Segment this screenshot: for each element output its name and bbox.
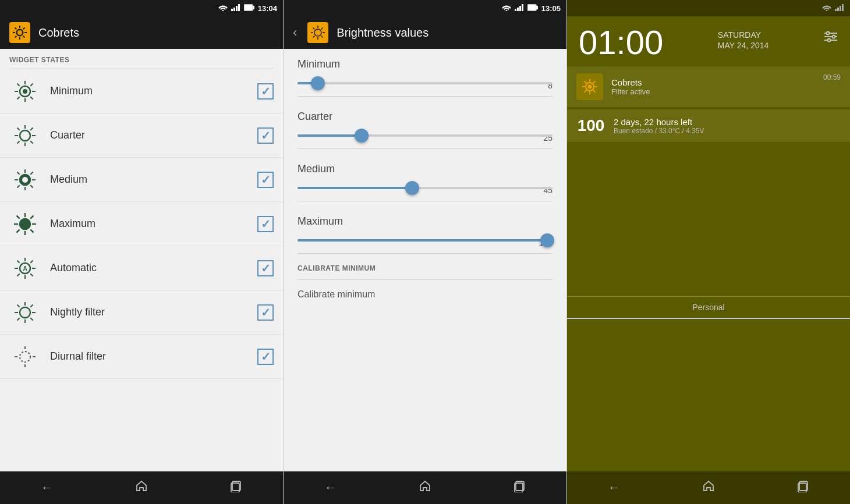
svg-line-53 xyxy=(30,215,33,218)
slider-medium[interactable]: 45 xyxy=(298,187,552,189)
svg-rect-3 xyxy=(238,4,240,11)
svg-point-110 xyxy=(828,39,831,42)
clock-time: 01:00 xyxy=(579,26,663,59)
recent-button-2[interactable] xyxy=(513,480,526,496)
section-header-1: WIDGET STATES xyxy=(0,49,283,69)
svg-point-112 xyxy=(588,85,592,89)
divider-maximum xyxy=(298,253,552,254)
divider-calibrate xyxy=(298,279,552,280)
notif-cobrets[interactable]: Cobrets Filter active 00:59 xyxy=(567,66,850,107)
app-title-1: Cobrets xyxy=(38,26,79,40)
svg-line-42 xyxy=(17,172,20,174)
widget-item-medium[interactable]: Medium xyxy=(0,158,283,202)
svg-line-15 xyxy=(23,28,25,30)
svg-line-74 xyxy=(17,318,20,320)
svg-rect-102 xyxy=(837,8,839,11)
svg-rect-101 xyxy=(835,9,837,11)
thumb-minimum[interactable] xyxy=(311,76,325,90)
label-medium: Medium xyxy=(50,173,257,186)
back-arrow-header[interactable]: ‹ xyxy=(293,25,297,40)
svg-line-26 xyxy=(17,97,20,99)
svg-line-62 xyxy=(30,274,33,276)
personal-label[interactable]: Personal xyxy=(567,297,850,319)
thumb-maximum[interactable] xyxy=(540,233,554,247)
app-header-2: ‹ Brightness values xyxy=(284,16,566,49)
checkbox-cuarter[interactable] xyxy=(257,127,274,144)
slider-minimum[interactable]: 8 xyxy=(298,82,552,84)
widget-item-automatic[interactable]: A Automatic xyxy=(0,246,283,290)
fill-cuarter xyxy=(298,134,362,137)
notif-cobrets-sub: Filter active xyxy=(611,87,815,96)
svg-line-13 xyxy=(15,28,17,30)
checkbox-maximum[interactable] xyxy=(257,216,274,232)
widget-item-minimum[interactable]: Minimum xyxy=(0,69,283,113)
svg-line-14 xyxy=(23,36,25,38)
svg-line-95 xyxy=(313,28,315,30)
notif-cobrets-icon-wrap xyxy=(576,73,603,100)
svg-point-46 xyxy=(20,219,30,229)
checkbox-diurnal[interactable] xyxy=(257,349,274,365)
svg-rect-2 xyxy=(236,6,238,11)
checkbox-automatic[interactable] xyxy=(257,260,274,276)
svg-point-8 xyxy=(17,30,22,35)
track-maximum xyxy=(298,239,552,242)
home-button-2[interactable] xyxy=(419,480,431,496)
thumb-medium[interactable] xyxy=(405,181,419,195)
label-maximum: Maximum xyxy=(50,218,257,230)
panel-clock: 01:00 SATURDAY MAY 24, 2014 xyxy=(567,0,850,504)
home-button-3[interactable] xyxy=(702,480,715,496)
panel-brightness: 13:05 ‹ Brightness values xyxy=(284,0,567,504)
widget-item-maximum[interactable]: Maximum xyxy=(0,202,283,246)
checkbox-nightly[interactable] xyxy=(257,304,274,321)
fill-maximum xyxy=(298,239,547,242)
back-button-1[interactable]: ← xyxy=(41,480,54,495)
svg-rect-82 xyxy=(515,9,516,11)
app-icon-2 xyxy=(307,22,328,43)
checkbox-minimum[interactable] xyxy=(257,83,274,100)
settings-icon[interactable] xyxy=(823,26,838,46)
nav-bar-2: ← xyxy=(284,471,566,504)
svg-line-33 xyxy=(30,141,33,143)
icon-cuarter xyxy=(9,120,41,151)
svg-line-73 xyxy=(30,304,33,307)
svg-line-117 xyxy=(585,81,587,84)
svg-point-66 xyxy=(20,308,30,317)
status-bar-1: 13:04 xyxy=(0,0,283,16)
svg-rect-84 xyxy=(519,6,521,11)
svg-rect-0 xyxy=(231,9,233,11)
widget-item-cuarter[interactable]: Cuarter xyxy=(0,113,283,158)
widget-item-diurnal[interactable]: Diurnal filter xyxy=(0,335,283,379)
slider-cuarter[interactable]: 25 xyxy=(298,134,552,137)
svg-rect-87 xyxy=(536,6,537,9)
checkbox-medium[interactable] xyxy=(257,172,274,188)
thumb-cuarter[interactable] xyxy=(355,129,369,143)
svg-line-34 xyxy=(30,127,33,130)
home-button-1[interactable] xyxy=(135,480,148,496)
slider-maximum[interactable]: 100 xyxy=(298,239,552,242)
title-minimum: Minimum xyxy=(298,58,552,70)
clock-info-block: SATURDAY MAY 24, 2014 xyxy=(718,26,768,50)
status-bar-2: 13:05 xyxy=(284,0,566,16)
track-medium xyxy=(298,187,552,189)
svg-line-32 xyxy=(17,127,20,130)
track-cuarter xyxy=(298,134,552,137)
calibrate-item[interactable]: Calibrate minimum xyxy=(284,285,566,304)
notif-battery[interactable]: 100 2 days, 22 hours left Buen estado / … xyxy=(567,109,850,142)
svg-line-45 xyxy=(17,185,20,187)
svg-line-25 xyxy=(30,83,33,86)
signal-icon-2 xyxy=(515,4,524,12)
nav-bar-3: ← xyxy=(567,471,850,504)
svg-line-118 xyxy=(593,90,596,93)
fill-medium xyxy=(298,187,412,189)
svg-line-51 xyxy=(17,215,20,218)
widget-item-nightly[interactable]: Nightly filter xyxy=(0,290,283,335)
svg-rect-85 xyxy=(522,4,523,11)
svg-line-35 xyxy=(17,141,20,143)
recent-button-1[interactable] xyxy=(229,480,242,496)
icon-automatic: A xyxy=(9,253,41,284)
back-button-2[interactable]: ← xyxy=(324,480,337,495)
svg-line-97 xyxy=(321,28,323,30)
notif-cobrets-content: Cobrets Filter active xyxy=(611,77,815,96)
back-button-3[interactable]: ← xyxy=(608,480,621,495)
recent-button-3[interactable] xyxy=(796,480,809,496)
